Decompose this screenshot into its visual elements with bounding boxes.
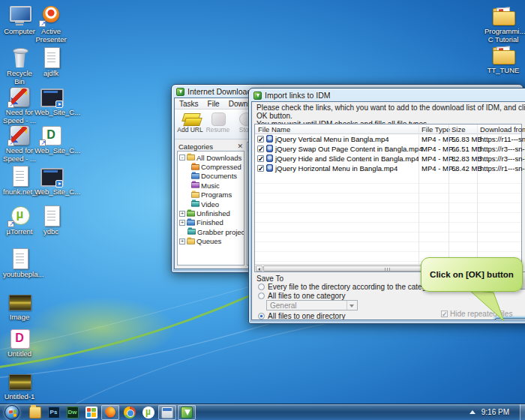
expand-icon[interactable]: + (179, 220, 185, 226)
show-hidden-icons-button[interactable] (470, 410, 476, 414)
tree-item-compressed[interactable]: Compressed (179, 162, 244, 171)
radio-every-file-category[interactable] (258, 284, 265, 290)
radio-label[interactable]: All files to one category (268, 292, 345, 300)
taskbar-window-button[interactable] (158, 405, 176, 420)
desktop-icon-web-site-2[interactable]: Web_Site_C... (34, 124, 68, 155)
scroll-left-icon[interactable] (256, 266, 262, 272)
desktop-icon-label: TT_TUNE (484, 67, 522, 75)
column-download-from[interactable]: Download from (480, 125, 525, 134)
start-button[interactable] (4, 405, 20, 420)
hide-repeated-checkbox[interactable]: ✓ (441, 310, 448, 317)
play-icon (56, 180, 63, 188)
tree-item-all-downloads[interactable]: -All Downloads (179, 153, 244, 162)
desktop-icon-need-for-speed-2[interactable]: Need for Speed - ... (3, 124, 36, 163)
window-icon (161, 406, 173, 418)
folder-icon (191, 173, 200, 179)
dialog-titlebar[interactable]: Import links to IDM (251, 89, 525, 101)
desktop-icon-recycle-bin[interactable]: Recycle Bin (3, 46, 36, 86)
desktop-icon-active-presenter[interactable]: Active Presenter (34, 4, 68, 44)
desktop-icon-label: fnunk.net_p... (3, 188, 36, 196)
desktop-icon-label: youtubepla... (3, 271, 36, 279)
folder-contents (496, 7, 511, 14)
tree-item-music[interactable]: Music (179, 181, 244, 190)
taskbar-chrome-button[interactable] (124, 406, 136, 418)
table-row[interactable]: ✓ jQuery Vertical Menu in Bangla.mp4 MP4… (255, 134, 521, 144)
tree-item-grabber-projects[interactable]: Grabber projects (179, 227, 244, 236)
desktop: Computer Active Presenter Recycle Bin aj… (0, 0, 525, 420)
save-path-input[interactable] (262, 320, 385, 320)
firefox-icon (104, 406, 116, 418)
taskbar-utorrent-button[interactable]: µ (142, 406, 154, 418)
folder-icon (191, 201, 200, 207)
taskbar-idm-button[interactable] (178, 405, 196, 420)
tree-item-queues[interactable]: +Queues (179, 237, 244, 246)
desktop-icon-fnunk[interactable]: fnunk.net_p... (3, 165, 36, 196)
close-panel-icon[interactable]: ✕ (237, 143, 243, 150)
shortcut-arrow-icon (39, 20, 46, 27)
file-icon (266, 135, 273, 142)
category-dropdown[interactable]: General (266, 300, 358, 310)
menu-file[interactable]: File (203, 100, 224, 108)
table-row[interactable]: ✓ jQuery Horizontal Menu in Bangla.mp4 M… (255, 164, 521, 173)
taskbar-clock[interactable]: 9:16 PM (482, 408, 509, 416)
tree-item-programs[interactable]: Programs (179, 190, 244, 200)
play-icon (56, 100, 63, 108)
taskbar-app-button[interactable] (86, 406, 98, 418)
taskbar: Ps Dw µ 9:16 PM (0, 404, 525, 420)
tree-item-finished[interactable]: +Finished (179, 218, 244, 227)
expand-icon[interactable]: + (179, 238, 185, 244)
desktop-icon-label: Image (3, 314, 36, 322)
column-file-name[interactable]: File Name (258, 125, 290, 134)
folder-icon (187, 211, 195, 217)
image-file-icon (8, 290, 32, 313)
table-row[interactable]: ✓ jQuery Swap Out Page Content in Bangla… (255, 144, 521, 154)
menu-tasks[interactable]: Tasks (175, 100, 203, 108)
desktop-icon-untitled[interactable]: Untitled (3, 327, 36, 358)
checkbox-checked-icon[interactable]: ✓ (257, 136, 264, 142)
desktop-icon-label: ajdfk (34, 70, 68, 78)
checkbox-checked-icon[interactable]: ✓ (257, 165, 264, 172)
column-file-type[interactable]: File Type (422, 125, 450, 134)
desktop-icon-ajdfk[interactable]: ajdfk (34, 46, 68, 78)
tree-item-video[interactable]: Video (179, 200, 244, 208)
desktop-icon-utorrent[interactable]: µTorrent (3, 205, 36, 236)
radio-label[interactable]: All files to one directory (268, 312, 345, 320)
desktop-icon-computer[interactable]: Computer (3, 4, 36, 36)
browse-button[interactable]: Browse... (388, 320, 422, 320)
shortcut-arrow-icon (8, 140, 14, 146)
categories-header: Categories (178, 142, 213, 151)
expand-icon[interactable]: + (179, 211, 185, 217)
file-icon (266, 154, 273, 162)
desktop-icon-web-site-3[interactable]: Web_Site_C... (34, 165, 68, 196)
folder-contents (496, 46, 511, 52)
table-row[interactable]: ✓ jQuery Hide and Slide Content in Bangl… (255, 154, 521, 164)
checkbox-checked-icon[interactable]: ✓ (257, 146, 264, 152)
checkbox-checked-icon[interactable]: ✓ (257, 155, 264, 162)
radio-all-files-one-category[interactable] (258, 292, 265, 299)
resume-button[interactable]: Resume (204, 111, 232, 139)
tree-item-documents[interactable]: Documents (179, 172, 244, 181)
taskbar-dreamweaver-button[interactable]: Dw (67, 406, 79, 418)
column-size[interactable]: Size (452, 125, 465, 134)
collapse-icon[interactable]: - (179, 154, 185, 160)
taskbar-firefox-button[interactable] (101, 405, 119, 420)
desktop-icon-label: Untitled (3, 350, 36, 358)
desktop-icon-tt-tune-folder[interactable]: TT_TUNE (484, 44, 522, 75)
file-icon (266, 164, 273, 172)
desktop-icon-image[interactable]: Image (3, 290, 36, 322)
text-file-icon (39, 46, 63, 69)
text-file-icon (39, 205, 63, 227)
add-url-button[interactable]: Add URL (176, 111, 204, 139)
show-desktop-button[interactable] (520, 404, 525, 420)
desktop-icon-need-for-speed[interactable]: Need for Speed - ... (3, 86, 36, 124)
desktop-icon-label: Need for Speed - ... (3, 147, 36, 163)
tree-item-unfinished[interactable]: +Unfinished (179, 208, 244, 218)
desktop-icon-youtubepla[interactable]: youtubepla... (3, 248, 36, 279)
folder-icon (187, 220, 195, 226)
taskbar-explorer-button[interactable] (29, 406, 41, 418)
desktop-icon-untitled-1[interactable]: Untitled-1 (3, 370, 36, 401)
desktop-icon-ydbc[interactable]: ydbc (34, 205, 68, 236)
taskbar-photoshop-button[interactable]: Ps (48, 406, 60, 418)
desktop-icon-web-site[interactable]: Web_Site_C... (34, 86, 68, 117)
radio-all-files-one-directory[interactable] (258, 313, 265, 320)
